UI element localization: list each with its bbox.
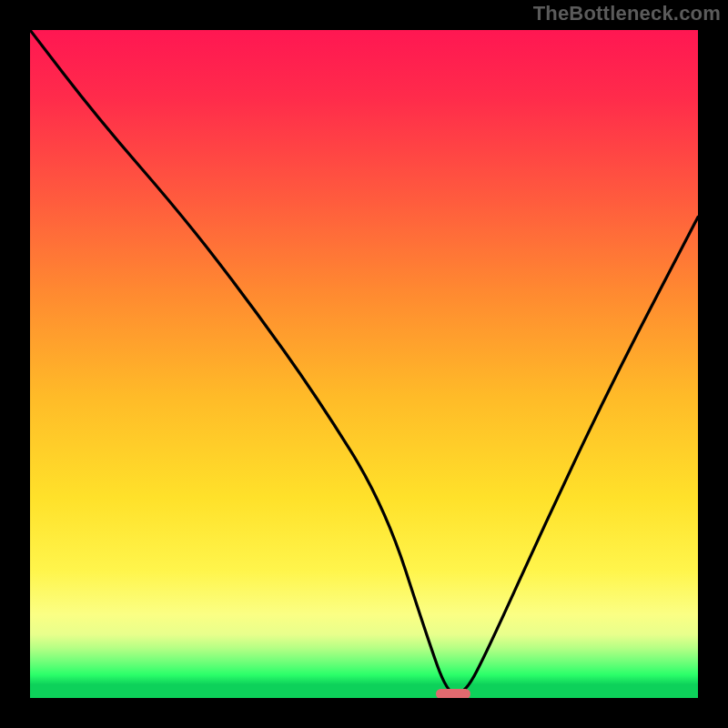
plot-area	[30, 30, 698, 698]
curve-path	[30, 30, 698, 694]
chart-container: TheBottleneck.com	[0, 0, 728, 728]
bottleneck-curve	[30, 30, 698, 698]
watermark-text: TheBottleneck.com	[533, 2, 721, 25]
optimum-marker	[436, 689, 470, 698]
